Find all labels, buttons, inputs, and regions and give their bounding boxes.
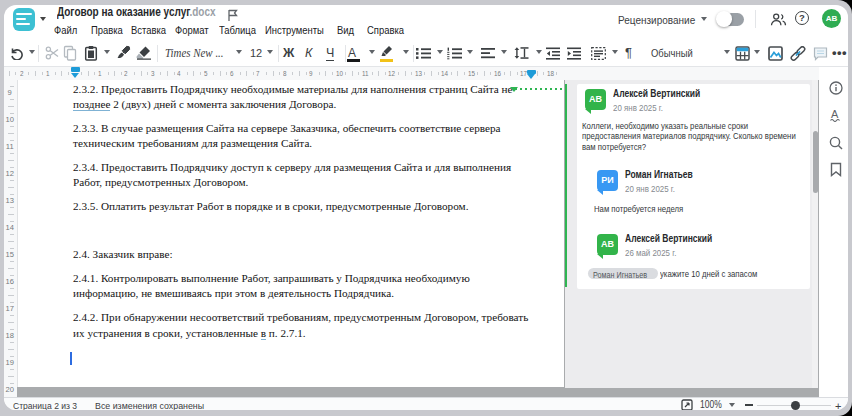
svg-text:А: А: [831, 108, 839, 120]
